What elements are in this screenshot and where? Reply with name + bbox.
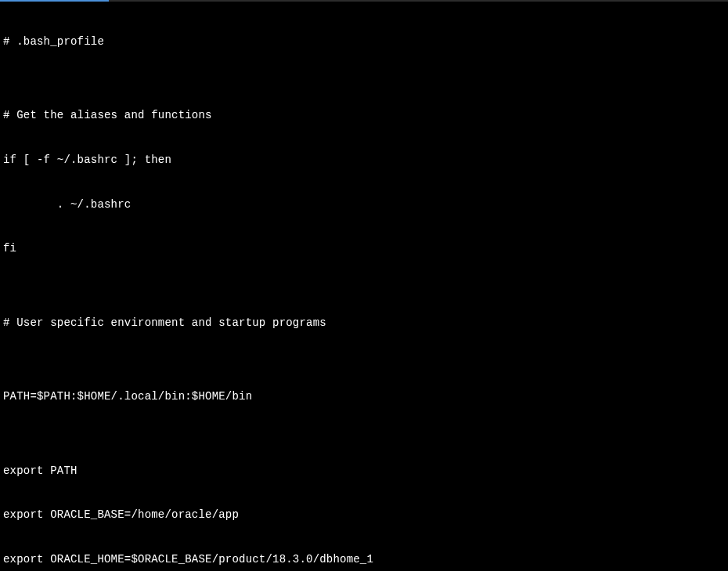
- file-line: # User specific environment and startup …: [3, 316, 725, 331]
- file-line: export ORACLE_BASE=/home/oracle/app: [3, 508, 725, 522]
- file-line: fi: [3, 241, 725, 256]
- file-line: export ORACLE_HOME=$ORACLE_BASE/product/…: [3, 552, 725, 567]
- terminal-editor[interactable]: # .bash_profile # Get the aliases and fu…: [3, 5, 725, 571]
- file-line: . ~/.bashrc: [3, 197, 725, 212]
- file-line: export PATH: [3, 464, 725, 479]
- file-line: # .bash_profile: [3, 34, 725, 49]
- window-title-bar: [0, 0, 728, 2]
- file-line: PATH=$PATH:$HOME/.local/bin:$HOME/bin: [3, 389, 725, 404]
- file-line: if [ -f ~/.bashrc ]; then: [3, 153, 725, 168]
- file-line: # Get the aliases and functions: [3, 108, 725, 123]
